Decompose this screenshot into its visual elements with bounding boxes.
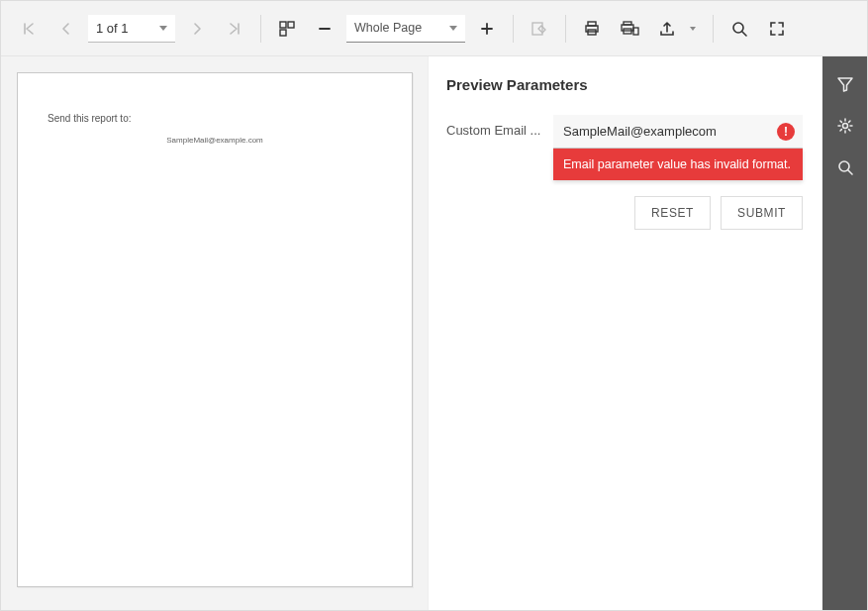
edit-fields-button[interactable] (524, 13, 555, 45)
svg-point-12 (842, 124, 847, 129)
error-icon: ! (777, 123, 795, 141)
toolbar: 1 of 1 Whole Page (1, 1, 867, 56)
svg-rect-0 (280, 22, 286, 28)
reset-button[interactable]: RESET (634, 196, 711, 230)
document-preview-area[interactable]: Send this report to: SampleMail@example.… (1, 56, 429, 610)
custom-email-input-wrap: ! Email parameter value has invalid form… (553, 115, 803, 149)
submit-button[interactable]: SUBMIT (721, 196, 803, 230)
page-selector[interactable]: 1 of 1 (88, 15, 175, 43)
custom-email-label: Custom Email ... (446, 115, 545, 138)
svg-rect-10 (633, 28, 638, 35)
parameter-actions: RESET SUBMIT (446, 196, 803, 230)
export-button[interactable] (651, 13, 683, 45)
svg-rect-3 (532, 23, 542, 35)
first-page-button[interactable] (13, 13, 45, 45)
print-button[interactable] (576, 13, 608, 45)
chevron-down-icon (159, 26, 167, 31)
report-heading: Send this report to: (48, 113, 382, 124)
zoom-display: Whole Page (354, 21, 422, 35)
report-email-value: SampleMail@example.com (48, 136, 382, 145)
toolbar-separator (565, 15, 566, 43)
svg-rect-1 (288, 22, 294, 28)
chevron-down-icon (690, 27, 696, 31)
gear-icon[interactable] (827, 108, 863, 144)
chevron-down-icon (449, 26, 457, 31)
search-icon[interactable] (827, 150, 863, 185)
prev-page-button[interactable] (50, 13, 82, 45)
fullscreen-button[interactable] (761, 13, 793, 45)
parameters-title: Preview Parameters (446, 76, 803, 93)
custom-email-input[interactable] (553, 115, 803, 149)
toolbar-separator (260, 15, 261, 43)
export-dropdown-button[interactable] (683, 13, 703, 45)
parameter-row: Custom Email ... ! Email parameter value… (446, 115, 803, 149)
main-area: Send this report to: SampleMail@example.… (1, 56, 867, 610)
last-page-button[interactable] (219, 13, 250, 45)
zoom-selector[interactable]: Whole Page (346, 15, 465, 43)
page-display: 1 of 1 (96, 21, 129, 36)
toolbar-separator (513, 15, 514, 43)
toolbar-separator (713, 15, 714, 43)
error-message: Email parameter value has invalid format… (553, 149, 803, 180)
multipage-view-button[interactable] (271, 13, 303, 45)
zoom-out-button[interactable] (309, 13, 340, 45)
next-page-button[interactable] (181, 13, 213, 45)
document-page: Send this report to: SampleMail@example.… (17, 72, 413, 587)
svg-rect-2 (280, 30, 286, 36)
side-rail (822, 56, 867, 610)
filter-icon[interactable] (827, 66, 863, 102)
search-button[interactable] (723, 13, 755, 45)
parameters-panel: Preview Parameters Custom Email ... ! Em… (429, 56, 822, 610)
print-page-button[interactable] (614, 13, 645, 45)
zoom-in-button[interactable] (471, 13, 503, 45)
